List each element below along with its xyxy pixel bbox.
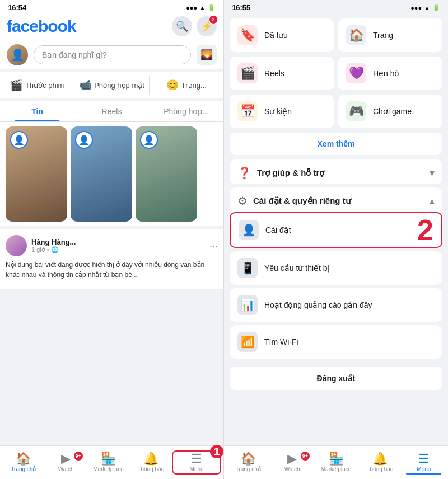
settings-item-ads[interactable]: 📊 Hoạt động quảng cáo gần đây [230, 288, 442, 322]
right-nav-watch[interactable]: 9+ ▶ Watch [270, 450, 314, 475]
settings-section-header[interactable]: ⚙ Cài đặt & quyền riêng tư ▴ [230, 187, 442, 212]
help-header-left: ❓ Trợ giúp & hỗ trợ [237, 166, 324, 180]
pages-icon: 🏠 [349, 28, 364, 43]
quick-action-rooms[interactable]: 📹 Phòng họp mặt [74, 76, 149, 95]
post-author-name: Hàng Hàng... [31, 238, 205, 246]
events-label: Sự kiện [264, 107, 292, 116]
post-avatar-1 [6, 235, 27, 256]
right-watch-badge: 9+ [301, 452, 310, 461]
right-nav-notifications[interactable]: 🔔 Thông báo [358, 450, 402, 475]
right-home-label: Trang chủ [236, 466, 261, 472]
settings-section-header-wrap: ⚙ Cài đặt & quyền riêng tư ▴ [230, 187, 442, 212]
menu-dating[interactable]: 💜 Hẹn hò [338, 57, 442, 90]
tab-rooms[interactable]: Phòng họp... [149, 101, 223, 121]
pages-icon-wrap: 🏠 [346, 25, 366, 45]
nav-watch[interactable]: 9+ ▶ Watch [45, 450, 87, 475]
post-meta: 1 giờ • 🌐 [31, 246, 205, 253]
saved-label: Đã lưu [264, 31, 288, 40]
see-more-button[interactable]: Xem thêm [230, 133, 442, 155]
right-watch-label: Watch [284, 466, 300, 472]
story-card-1[interactable]: 👤 [6, 126, 67, 222]
story-avatar-2: 👤 [75, 131, 93, 149]
help-icon: ❓ [237, 166, 251, 180]
left-status-icons: ●●● ▲ 🔋 [186, 4, 216, 11]
right-content: 🔖 Đã lưu 🏠 Trang 🎬 Reels 💜 Hẹ [224, 14, 448, 445]
logout-button[interactable]: Đăng xuất [230, 367, 442, 390]
menu-icon: ☰ [191, 453, 202, 465]
messenger-button[interactable]: ⚡ 2 [197, 16, 217, 36]
watch-icon: ▶ [61, 453, 71, 465]
menu-reels[interactable]: 🎬 Reels [230, 57, 334, 90]
rooms-label: Phòng họp mặt [94, 81, 144, 90]
wifi-find-icon: 📶 [237, 332, 258, 352]
menu-events[interactable]: 📅 Sự kiện [230, 95, 334, 128]
step1-badge: 1 [210, 445, 223, 458]
menu-gaming[interactable]: 🎮 Chơi game [338, 95, 442, 128]
right-screen: 16:55 ●●● ▲ 🔋 🔖 Đã lưu 🏠 Trang [224, 0, 448, 479]
right-watch-icon: ▶ [287, 453, 297, 465]
right-home-icon: 🏠 [241, 453, 256, 465]
reels-icon: 🎬 [10, 79, 22, 91]
story-avatar-3: 👤 [140, 131, 158, 149]
menu-saved[interactable]: 🔖 Đã lưu [230, 18, 334, 52]
left-status-bar: 16:54 ●●● ▲ 🔋 [0, 0, 223, 14]
help-section: ❓ Trợ giúp & hỗ trợ ▾ [230, 159, 442, 184]
right-nav-menu[interactable]: ☰ Menu [402, 450, 446, 475]
wifi-label: Tìm Wi-Fi [264, 337, 298, 346]
bell-icon: 🔔 [143, 453, 158, 465]
photo-button[interactable]: 🌄 [197, 45, 217, 65]
reels-label: Thước phim [25, 81, 64, 90]
tab-reels[interactable]: Reels [74, 101, 149, 121]
post-options-button[interactable]: ··· [209, 240, 218, 252]
caidat-icon: 👤 [239, 220, 259, 240]
search-button[interactable]: 🔍 [172, 16, 192, 36]
ads-icon: 📊 [237, 295, 258, 315]
settings-item-wifi[interactable]: 📶 Tìm Wi-Fi [230, 325, 442, 359]
settings-item-caidat[interactable]: 👤 Cài đặt 2 [230, 212, 442, 248]
story-avatar-1: 👤 [10, 131, 28, 149]
watch-label: Watch [58, 466, 74, 472]
nav-menu[interactable]: ☰ Menu 1 [172, 450, 221, 475]
rooms-icon: 📹 [79, 79, 91, 91]
dating-icon: 💜 [349, 66, 364, 81]
quick-actions-bar: 🎬 Thước phim 📹 Phòng họp mặt 😊 Trạng... [0, 72, 223, 101]
nav-notifications[interactable]: 🔔 Thông báo [129, 450, 172, 475]
help-title: Trợ giúp & hỗ trợ [257, 168, 324, 178]
quick-action-reels[interactable]: 🎬 Thước phim [0, 76, 74, 95]
watch-badge: 9+ [74, 452, 83, 461]
settings-item-device[interactable]: 📱 Yêu cầu từ thiết bị [230, 251, 442, 285]
story-card-2[interactable]: 👤 [71, 126, 132, 222]
menu-pages[interactable]: 🏠 Trang [338, 18, 442, 52]
settings-chevron: ▴ [430, 195, 435, 207]
right-bell-icon: 🔔 [372, 453, 388, 465]
caidat-label: Cài đặt [265, 226, 291, 234]
right-nav-home[interactable]: 🏠 Trang chủ [226, 450, 270, 475]
story-input-row: 👤 Bạn đang nghĩ gì? 🌄 [0, 41, 223, 72]
device-icon: 📱 [237, 258, 258, 278]
settings-title: Cài đặt & quyền riêng tư [253, 196, 351, 206]
story-card-3[interactable]: 👤 [136, 126, 197, 222]
menu-grid: 🔖 Đã lưu 🏠 Trang 🎬 Reels 💜 Hẹ [224, 14, 448, 133]
story-input[interactable]: Bạn đang nghĩ gì? [34, 45, 191, 64]
feed-tabs: Tin Reels Phòng họp... [0, 101, 223, 122]
stories-row: 👤 👤 👤 [0, 122, 223, 229]
nav-marketplace[interactable]: 🏪 Marketplace [87, 450, 130, 475]
feed-area: Hàng Hàng... 1 giờ • 🌐 ··· Nội dung bài … [0, 229, 223, 445]
nav-home[interactable]: 🏠 Trang chủ [2, 450, 45, 475]
tab-tin[interactable]: Tin [0, 101, 74, 121]
right-time: 16:55 [232, 3, 250, 12]
post-author-row: Hàng Hàng... 1 giờ • 🌐 ··· [6, 235, 218, 256]
right-menu-icon: ☰ [418, 453, 430, 465]
right-nav-marketplace[interactable]: 🏪 Marketplace [314, 450, 358, 475]
gaming-icon: 🎮 [349, 104, 364, 119]
messenger-badge: 2 [209, 15, 218, 24]
ads-label: Hoạt động quảng cáo gần đây [264, 300, 372, 309]
step2-label: 2 [417, 215, 433, 245]
home-icon: 🏠 [16, 453, 31, 465]
dating-label: Hẹn hò [373, 69, 399, 78]
marketplace-label: Marketplace [93, 466, 123, 472]
status-icon: 😊 [166, 79, 179, 91]
post-card-1: Hàng Hàng... 1 giờ • 🌐 ··· Nội dung bài … [0, 229, 223, 289]
help-section-header[interactable]: ❓ Trợ giúp & hỗ trợ ▾ [230, 159, 442, 184]
quick-action-status[interactable]: 😊 Trạng... [150, 76, 223, 95]
